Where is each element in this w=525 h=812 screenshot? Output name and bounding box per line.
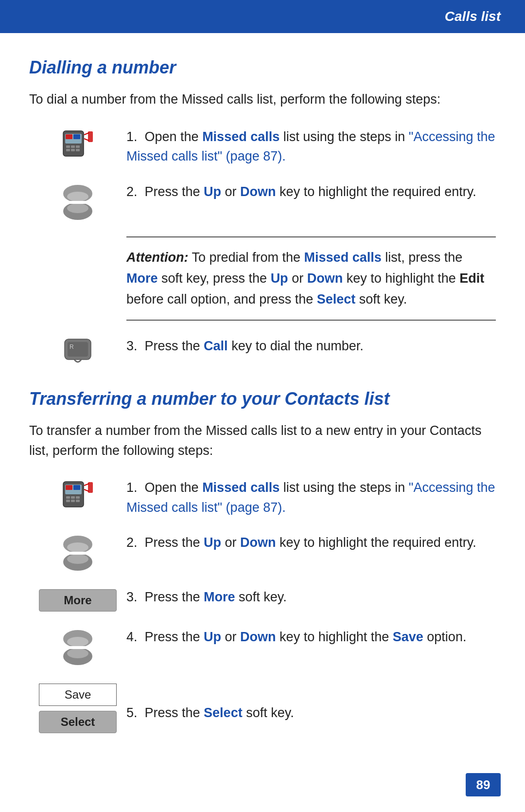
- more-softkey-display: More: [39, 589, 117, 612]
- dialling-step-2-content: 2. Press the Up or Down key to highlight…: [126, 182, 496, 202]
- attention-edit: Edit: [459, 271, 484, 286]
- phone-device-icon-1: [29, 127, 126, 158]
- down-key-1: Down: [240, 184, 276, 199]
- svg-rect-6: [71, 149, 75, 151]
- transferring-heading: Transferring a number to your Contacts l…: [29, 389, 496, 409]
- header-title: Calls list: [445, 9, 501, 24]
- svg-rect-29: [66, 485, 72, 490]
- svg-rect-2: [66, 145, 70, 148]
- svg-point-14: [67, 192, 88, 201]
- t-down-key-1: Down: [240, 535, 276, 550]
- transfer-step-2: 2. Press the Up or Down key to highlight…: [29, 533, 496, 572]
- nav-rocker-icon-1: [29, 182, 126, 221]
- t-more-key: More: [204, 590, 235, 604]
- svg-rect-24: [71, 496, 75, 499]
- call-key-icon: R: [29, 336, 126, 365]
- dialling-step-3-content: 3. Press the Call key to dial the number…: [126, 336, 496, 356]
- call-key-text: Call: [204, 339, 228, 353]
- svg-rect-26: [66, 500, 70, 502]
- transfer-step-5-wrapper: Save Select 5. Press the Select soft key…: [29, 682, 496, 733]
- transfer-step-2-content: 2. Press the Up or Down key to highlight…: [126, 533, 496, 553]
- transfer-step-5-content: 5. Press the Select soft key.: [126, 682, 496, 723]
- t-accessing-link-1: "Accessing the Missed calls list" (page …: [126, 480, 495, 515]
- svg-rect-12: [88, 131, 93, 142]
- transfer-step-3: More 3. Press the More soft key.: [29, 587, 496, 612]
- attention-select: Select: [317, 292, 356, 307]
- svg-rect-4: [76, 145, 80, 148]
- attention-up: Up: [271, 271, 288, 286]
- svg-rect-5: [66, 149, 70, 151]
- more-btn-icon: More: [29, 587, 126, 612]
- step-num-2: 2.: [126, 184, 145, 199]
- transfer-step-3-content: 3. Press the More soft key.: [126, 587, 496, 607]
- attention-word: Attention:: [126, 250, 188, 265]
- svg-rect-25: [76, 496, 80, 499]
- svg-text:R: R: [70, 343, 74, 350]
- accessing-link-1: "Accessing the Missed calls list" (page …: [126, 129, 495, 164]
- step-num-3: 3.: [126, 339, 145, 353]
- main-content: Dialling a number To dial a number from …: [0, 33, 525, 788]
- svg-point-42: [67, 649, 88, 658]
- t-up-key-1: Up: [204, 535, 221, 550]
- save-select-icons: Save Select: [29, 682, 126, 733]
- svg-rect-30: [73, 485, 80, 490]
- svg-rect-27: [71, 500, 75, 502]
- t-save-option: Save: [393, 630, 423, 644]
- t-select-key: Select: [204, 705, 243, 720]
- svg-rect-9: [73, 134, 80, 139]
- dialling-step-1-content: 1. Open the Missed calls list using the …: [126, 127, 496, 166]
- svg-rect-23: [66, 496, 70, 499]
- nav-rocker-icon-2: [29, 533, 126, 572]
- svg-rect-33: [88, 482, 93, 493]
- page-number: 89: [466, 773, 501, 796]
- save-outlined-btn: Save: [39, 684, 117, 706]
- header-bar: Calls list: [0, 0, 525, 33]
- svg-rect-43: [63, 646, 92, 649]
- step-num-1: 1.: [126, 129, 145, 144]
- nav-rocker-icon-3: [29, 627, 126, 666]
- svg-point-40: [67, 637, 88, 647]
- svg-rect-8: [66, 134, 72, 139]
- dialling-step-3: R 3. Press the Call key to dial the numb…: [29, 336, 496, 365]
- t-up-key-2: Up: [204, 630, 221, 644]
- phone-device-icon-2: [29, 478, 126, 509]
- transfer-step-1-content: 1. Open the Missed calls list using the …: [126, 478, 496, 517]
- svg-rect-17: [63, 201, 92, 204]
- dialling-step-1: 1. Open the Missed calls list using the …: [29, 127, 496, 166]
- svg-rect-3: [71, 145, 75, 148]
- select-softkey-display: Select: [39, 711, 117, 733]
- dialling-heading: Dialling a number: [29, 57, 496, 78]
- attention-more: More: [126, 271, 158, 286]
- svg-rect-28: [76, 500, 80, 502]
- svg-point-35: [67, 542, 88, 552]
- attention-missed-calls: Missed calls: [304, 250, 382, 265]
- transfer-step-4-content: 4. Press the Up or Down key to highlight…: [126, 627, 496, 647]
- svg-point-37: [67, 554, 88, 564]
- svg-rect-7: [76, 149, 80, 151]
- t-down-key-2: Down: [240, 630, 276, 644]
- up-key-1: Up: [204, 184, 221, 199]
- dialling-intro: To dial a number from the Missed calls l…: [29, 90, 496, 109]
- dialling-step-2: 2. Press the Up or Down key to highlight…: [29, 182, 496, 221]
- svg-point-16: [67, 203, 88, 213]
- transfer-step-1: 1. Open the Missed calls list using the …: [29, 478, 496, 517]
- t-missed-calls-1: Missed calls: [202, 480, 280, 495]
- svg-rect-38: [63, 552, 92, 555]
- attention-down: Down: [307, 271, 343, 286]
- attention-box: Attention: To predial from the Missed ca…: [126, 236, 496, 321]
- missed-calls-link-1: Missed calls: [202, 129, 280, 144]
- transferring-intro: To transfer a number from the Missed cal…: [29, 421, 496, 460]
- transfer-step-4: 4. Press the Up or Down key to highlight…: [29, 627, 496, 666]
